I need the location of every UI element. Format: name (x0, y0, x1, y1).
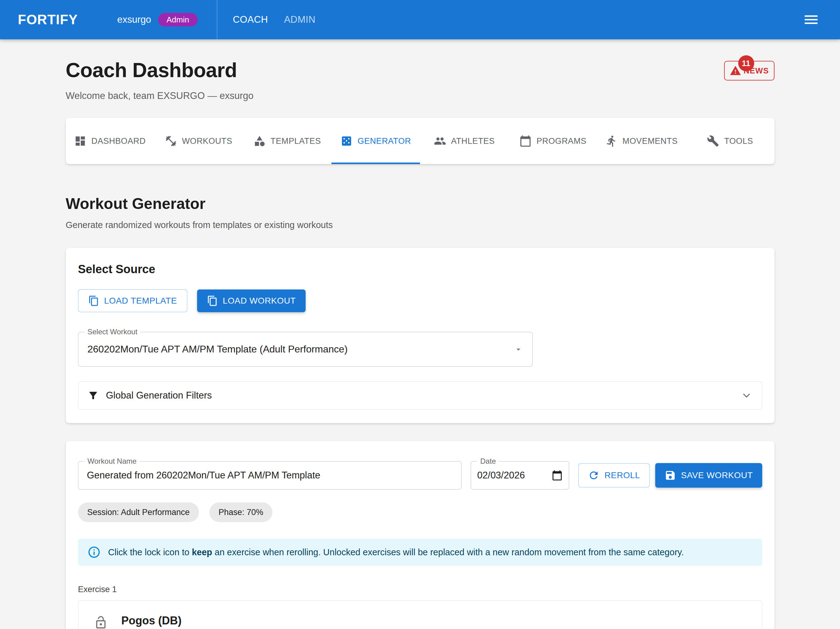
exercise-index-label: Exercise 1 (78, 585, 762, 594)
nav-link-coach[interactable]: COACH (233, 14, 268, 25)
tab-label: PROGRAMS (537, 136, 586, 146)
dice-icon (340, 135, 353, 147)
select-workout-dropdown[interactable]: Select Workout 260202Mon/Tue APT AM/PM T… (78, 332, 532, 367)
tab-movements[interactable]: MOVEMENTS (597, 118, 686, 164)
tab-workouts[interactable]: WORKOUTS (154, 118, 243, 164)
reroll-button[interactable]: REROLL (578, 463, 650, 487)
tab-bar: DASHBOARD WORKOUTS TEMPLATES GENERATOR A… (66, 118, 775, 164)
load-workout-button[interactable]: LOAD WORKOUT (197, 290, 306, 312)
filter-icon (88, 390, 99, 401)
news-button[interactable]: NEWS 11 (724, 61, 775, 80)
exercise-card: Pogos (DB) lower_plyo 3 sets 10 total Re… (78, 601, 762, 629)
dashboard-icon (74, 135, 87, 147)
page-title: Coach Dashboard (66, 58, 254, 82)
dumbbell-icon (165, 135, 177, 147)
save-workout-button[interactable]: SAVE WORKOUT (655, 463, 762, 488)
generator-subtitle: Generate randomized workouts from templa… (66, 220, 775, 230)
global-filters-label: Global Generation Filters (106, 390, 212, 401)
workout-name-field[interactable]: Workout Name Generated from 260202Mon/Tu… (78, 461, 462, 489)
chevron-down-icon (741, 389, 753, 402)
calendar-picker-icon[interactable] (552, 470, 563, 481)
tab-label: TEMPLATES (271, 136, 321, 146)
hamburger-menu-icon[interactable] (799, 8, 823, 32)
role-badge: Admin (158, 13, 198, 27)
global-filters-accordion[interactable]: Global Generation Filters (78, 381, 762, 410)
session-chip: Session: Adult Performance (78, 502, 199, 522)
select-workout-label: Select Workout (85, 328, 141, 336)
load-template-label: LOAD TEMPLATE (104, 296, 177, 305)
page-header: Coach Dashboard Welcome back, team EXSUR… (66, 58, 775, 101)
news-badge-count: 11 (738, 55, 754, 71)
select-source-title: Select Source (78, 263, 762, 276)
generated-workout-card: Workout Name Generated from 260202Mon/Tu… (66, 441, 775, 629)
copy-icon (88, 295, 99, 306)
exercise-name: Pogos (DB) (122, 614, 345, 627)
tab-label: GENERATOR (358, 136, 411, 146)
tab-label: DASHBOARD (91, 136, 145, 146)
shapes-icon (253, 135, 266, 147)
phase-chip: Phase: 70% (209, 502, 273, 522)
workout-name-value: Generated from 260202Mon/Tue APT AM/PM T… (87, 470, 321, 481)
tab-tools[interactable]: TOOLS (686, 118, 774, 164)
date-label: Date (477, 457, 499, 465)
refresh-icon (588, 470, 600, 481)
load-template-button[interactable]: LOAD TEMPLATE (78, 290, 187, 312)
reroll-label: REROLL (605, 471, 640, 480)
lock-open-icon[interactable] (94, 615, 108, 629)
calendar-icon (519, 135, 532, 147)
save-icon (665, 470, 676, 481)
copy-icon (207, 295, 218, 306)
generator-title: Workout Generator (66, 195, 775, 213)
info-alert: Click the lock icon to keep an exercise … (78, 539, 762, 566)
active-tab-indicator (332, 162, 420, 164)
tab-templates[interactable]: TEMPLATES (243, 118, 332, 164)
info-icon (87, 545, 101, 559)
load-workout-label: LOAD WORKOUT (223, 296, 296, 305)
tab-generator[interactable]: GENERATOR (332, 118, 420, 164)
nav-link-admin[interactable]: ADMIN (284, 14, 316, 25)
workout-name-label: Workout Name (85, 457, 140, 465)
nav-divider (217, 0, 217, 39)
tab-programs[interactable]: PROGRAMS (508, 118, 597, 164)
top-nav-bar: FORTIFY exsurgo Admin COACH ADMIN (0, 0, 840, 39)
wrench-icon (707, 135, 719, 147)
page-subtitle: Welcome back, team EXSURGO — exsurgo (66, 90, 254, 101)
people-icon (434, 135, 446, 147)
tab-label: ATHLETES (451, 136, 495, 146)
running-icon (605, 135, 618, 147)
date-field[interactable]: Date 02/03/2026 (471, 461, 569, 489)
select-source-card: Select Source LOAD TEMPLATE LOAD WORKOUT… (66, 248, 775, 423)
info-alert-text: Click the lock icon to keep an exercise … (108, 547, 684, 557)
save-workout-label: SAVE WORKOUT (681, 471, 753, 480)
tab-label: MOVEMENTS (623, 136, 677, 146)
tab-athletes[interactable]: ATHLETES (420, 118, 508, 164)
select-workout-value: 260202Mon/Tue APT AM/PM Template (Adult … (88, 344, 348, 355)
tab-label: TOOLS (724, 136, 753, 146)
tab-label: WORKOUTS (182, 136, 232, 146)
brand-logo: FORTIFY (18, 12, 78, 27)
tab-dashboard[interactable]: DASHBOARD (66, 118, 154, 164)
team-name: exsurgo (117, 14, 151, 25)
date-value: 02/03/2026 (477, 470, 525, 481)
dropdown-arrow-icon (514, 345, 523, 354)
